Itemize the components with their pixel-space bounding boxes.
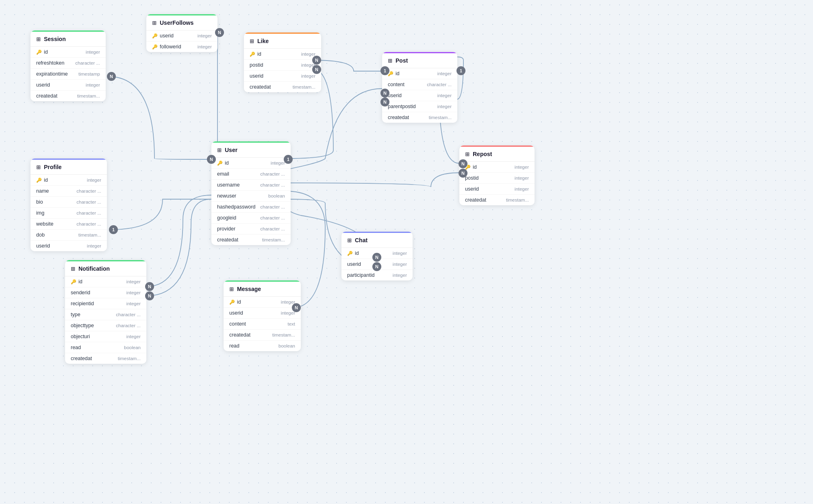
table-post: ⊞ Post 🔑 id integer content character ..… — [382, 52, 457, 123]
user-field-googleid: googleid character ... — [211, 213, 291, 224]
badge-post-n: N — [380, 89, 389, 98]
badge-notif-sender: N — [145, 282, 154, 291]
profile-field-website: website character ... — [30, 219, 107, 230]
badge-like-user: N — [312, 65, 321, 74]
session-field-refreshtoken: refreshtoken character ... — [30, 58, 106, 69]
like-field-id: 🔑 id integer — [244, 49, 321, 60]
badge-repost-user: N — [459, 169, 467, 178]
message-field-createdat: createdat timestam... — [224, 330, 301, 341]
repost-field-userid: userid integer — [459, 184, 535, 195]
profile-field-dob: dob timestam... — [30, 230, 107, 241]
badge-profile-user: 1 — [109, 225, 118, 234]
session-field-expirationtime: expirationtime timestamp — [30, 69, 106, 80]
post-field-id: 🔑 id integer — [382, 68, 457, 79]
message-title: Message — [237, 286, 261, 292]
profile-field-img: img character ... — [30, 208, 107, 219]
session-title: Session — [44, 36, 66, 42]
message-field-content: content text — [224, 319, 301, 330]
notification-field-type: type character ... — [65, 309, 146, 320]
session-table-icon: ⊞ — [36, 36, 41, 42]
user-header: ⊞ User — [211, 141, 291, 158]
table-profile: ⊞ Profile 🔑 id integer name character ..… — [30, 159, 107, 251]
notification-field-id: 🔑 id integer — [65, 276, 146, 287]
notification-field-objecttype: objecttype character ... — [65, 320, 146, 331]
post-header: ⊞ Post — [382, 52, 457, 68]
session-field-createdat: createdat timestam... — [30, 91, 106, 101]
session-header: ⊞ Session — [30, 30, 106, 47]
repost-title: Repost — [473, 151, 492, 157]
profile-field-userid: userid integer — [30, 241, 107, 251]
badge-chat-userid: N — [372, 253, 381, 262]
profile-field-bio: bio character ... — [30, 197, 107, 208]
like-title: Like — [257, 38, 269, 44]
table-notification: ⊞ Notification 🔑 id integer senderid int… — [65, 260, 146, 364]
profile-field-id: 🔑 id integer — [30, 175, 107, 186]
badge-userfollows-user2: N — [215, 28, 224, 37]
badge-post-n2: N — [380, 98, 389, 106]
notification-header: ⊞ Notification — [65, 260, 146, 276]
userfollows-title: UserFollows — [160, 20, 193, 26]
message-field-id: 🔑 id integer — [224, 297, 301, 308]
badge-session-user: N — [107, 72, 116, 81]
message-field-userid: userid integer — [224, 308, 301, 319]
post-field-userid: userid integer — [382, 90, 457, 101]
post-field-createdat: createdat timestam... — [382, 112, 457, 123]
user-field-createdat: createdat timestam... — [211, 235, 291, 245]
user-field-hashedpassword: hashedpassword character ... — [211, 202, 291, 213]
userfollows-header: ⊞ UserFollows — [146, 14, 217, 30]
table-userfollows: ⊞ UserFollows 🔑 userid integer 🔑 followe… — [146, 14, 217, 52]
session-field-userid: userid integer — [30, 80, 106, 91]
notification-field-createdat: createdat timestam... — [65, 353, 146, 364]
post-field-parentpostid: parentpostid integer — [382, 101, 457, 112]
badge-post-id1: 1 — [380, 66, 389, 75]
chat-title: Chat — [355, 237, 367, 243]
user-field-provider: provider character ... — [211, 224, 291, 235]
user-field-email: email character ... — [211, 169, 291, 180]
badge-message-user: N — [292, 303, 301, 312]
repost-field-id: 🔑 id integer — [459, 162, 535, 173]
user-field-newuser: newuser boolean — [211, 191, 291, 202]
like-field-postid: postid integer — [244, 60, 321, 71]
user-title: User — [225, 147, 237, 153]
badge-chat-participantid: N — [372, 262, 381, 271]
table-repost: ⊞ Repost 🔑 id integer postid integer use… — [459, 146, 535, 205]
notification-field-recipientid: recipientid integer — [65, 298, 146, 309]
table-session: ⊞ Session 🔑 id integer refreshtoken char… — [30, 30, 106, 101]
notification-field-objecturi: objecturi integer — [65, 331, 146, 342]
profile-title: Profile — [44, 164, 62, 170]
userfollows-field-followerid: 🔑 followerid integer — [146, 41, 217, 52]
badge-like-post: N — [312, 56, 321, 65]
key-icon: 🔑 — [36, 50, 42, 55]
notification-title: Notification — [78, 265, 110, 272]
like-field-createdat: createdat timestam... — [244, 82, 321, 92]
post-field-content: content character ... — [382, 79, 457, 90]
table-user: ⊞ User 🔑 id integer email character ... … — [211, 141, 291, 245]
notification-field-senderid: senderid integer — [65, 287, 146, 298]
post-title: Post — [396, 57, 408, 64]
badge-userfollows-user1: N — [207, 155, 216, 164]
message-header: ⊞ Message — [224, 280, 301, 297]
userfollows-field-userid: 🔑 userid integer — [146, 30, 217, 41]
notification-field-read: read boolean — [65, 342, 146, 353]
profile-header: ⊞ Profile — [30, 159, 107, 175]
like-field-userid: userid integer — [244, 71, 321, 82]
table-message: ⊞ Message 🔑 id integer userid integer co… — [224, 280, 301, 351]
like-header: ⊞ Like — [244, 33, 321, 49]
badge-notif-recipient: N — [145, 291, 154, 300]
chat-field-participantid: participantid integer — [341, 270, 413, 280]
repost-field-createdat: createdat timestam... — [459, 195, 535, 205]
session-field-id: 🔑 id integer — [30, 47, 106, 58]
user-field-username: username character ... — [211, 180, 291, 191]
badge-repost-post: N — [459, 159, 467, 168]
table-like: ⊞ Like 🔑 id integer postid integer useri… — [244, 33, 321, 92]
chat-header: ⊞ Chat — [341, 232, 413, 248]
badge-user-id1: 1 — [284, 155, 293, 164]
message-field-read: read boolean — [224, 341, 301, 351]
profile-field-name: name character ... — [30, 186, 107, 197]
repost-field-postid: postid integer — [459, 173, 535, 184]
badge-post-self: 1 — [456, 66, 465, 75]
user-field-id: 🔑 id integer — [211, 158, 291, 169]
repost-header: ⊞ Repost — [459, 146, 535, 162]
